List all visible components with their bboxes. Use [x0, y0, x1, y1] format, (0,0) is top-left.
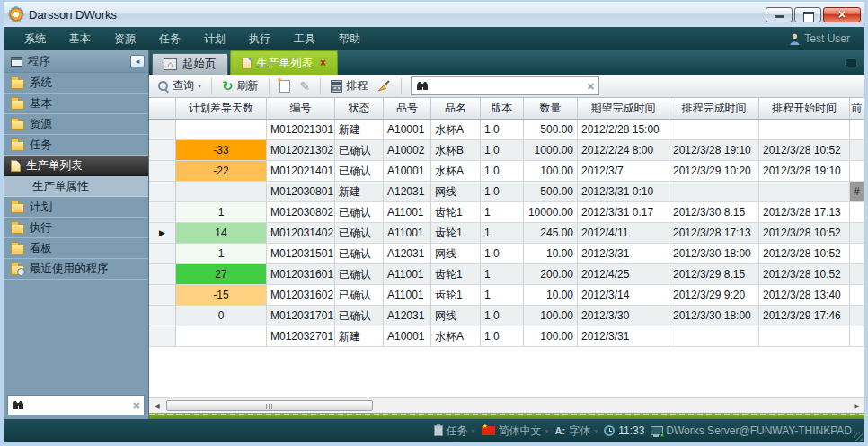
cell-qty[interactable]: 200.00 — [524, 264, 578, 285]
menu-item-6[interactable]: 工具 — [282, 31, 327, 47]
cell-item_name[interactable]: 齿轮1 — [431, 223, 481, 244]
clean-button[interactable] — [375, 78, 394, 94]
table-row-2[interactable]: -22M012021401已确认A10001水杯A1.0100.002012/3… — [149, 161, 864, 182]
cell-qty[interactable]: 500.00 — [524, 182, 578, 202]
cell-status[interactable]: 已确认 — [335, 306, 384, 326]
sidebar-item-9[interactable]: 最近使用的程序 — [4, 259, 148, 280]
cell-expected_finish[interactable]: 2012/3/14 — [578, 285, 669, 306]
cell-number[interactable]: M012032701 — [267, 326, 335, 347]
cell-item_name[interactable]: 齿轮1 — [431, 264, 481, 285]
cell-item_name[interactable]: 水杯A — [431, 120, 481, 140]
cell-qty[interactable]: 245.00 — [524, 223, 578, 244]
sidebar-collapse-button[interactable]: ◂ — [130, 55, 145, 67]
table-row-10[interactable]: M012032701新建A10001水杯A1.0100.002012/3/31 — [149, 326, 864, 347]
cell-qty[interactable]: 10.00 — [524, 285, 578, 306]
cell-extra[interactable] — [850, 326, 864, 347]
sidebar-item-1[interactable]: 基本 — [4, 94, 148, 114]
cell-sched_start[interactable] — [759, 182, 850, 202]
cell-item_no[interactable]: A10001 — [384, 120, 431, 140]
cell-sched_finish[interactable]: 2012/3/28 17:13 — [669, 223, 759, 244]
cell-expected_finish[interactable]: 2012/3/7 — [578, 161, 669, 182]
cell-item_name[interactable]: 网线 — [431, 182, 481, 202]
cell-extra[interactable] — [850, 244, 864, 264]
cell-version[interactable]: 1.0 — [481, 182, 524, 202]
sidebar-search-input[interactable] — [28, 399, 129, 412]
table-row-9[interactable]: 0M012031701已确认A12031网线1.0100.002012/3/30… — [149, 306, 864, 326]
cell-version[interactable]: 1 — [481, 223, 524, 244]
column-header-expected_finish[interactable]: 期望完成时间 — [578, 98, 669, 120]
cell-version[interactable]: 1.0 — [481, 161, 524, 182]
refresh-button[interactable]: ↻ 刷新 — [219, 76, 261, 95]
cell-expected_finish[interactable]: 2012/3/31 0:10 — [578, 182, 669, 202]
tab-close-icon[interactable]: × — [320, 57, 326, 69]
cell-status[interactable]: 新建 — [335, 120, 384, 140]
cell-item_name[interactable]: 齿轮1 — [431, 202, 481, 223]
column-header-version[interactable]: 版本 — [481, 98, 524, 120]
sidebar-item-3[interactable]: 任务 — [4, 135, 148, 156]
cell-diff[interactable]: 1 — [176, 244, 267, 264]
table-row-3[interactable]: M012030801新建A12031网线1.0500.002012/3/31 0… — [149, 182, 864, 202]
cell-item_name[interactable]: 齿轮1 — [431, 285, 481, 306]
cell-item_name[interactable]: 水杯A — [431, 326, 481, 347]
cell-item_name[interactable]: 网线 — [431, 244, 481, 264]
sidebar-item-0[interactable]: 系统 — [4, 73, 148, 94]
query-dropdown-icon[interactable]: ▾ — [198, 82, 201, 90]
sidebar-item-5[interactable]: 生产单属性 — [4, 176, 148, 197]
tab-start-page[interactable]: ⌂ 起始页 — [152, 53, 228, 75]
cell-item_no[interactable]: A12031 — [384, 306, 431, 326]
menu-item-4[interactable]: 计划 — [192, 31, 237, 47]
cell-version[interactable]: 1.0 — [481, 326, 524, 347]
cell-version[interactable]: 1 — [481, 285, 524, 306]
column-header-diff[interactable]: 计划差异天数 — [176, 98, 267, 120]
cell-item_no[interactable]: A10002 — [384, 140, 431, 161]
column-header-qty[interactable]: 数量 — [524, 98, 578, 120]
cell-sched_start[interactable]: 2012/3/28 10:52 — [759, 140, 850, 161]
cell-number[interactable]: M012030801 — [267, 182, 335, 202]
scrollbar-thumb[interactable] — [166, 400, 373, 411]
status-font-dropdown[interactable]: A: 字体 ▾ — [555, 424, 598, 439]
cell-extra[interactable] — [850, 161, 864, 182]
cell-version[interactable]: 1.0 — [481, 140, 524, 161]
table-row-5[interactable]: ▶14M012031402已确认A11001齿轮11245.002012/4/1… — [149, 223, 864, 244]
cell-status[interactable]: 已确认 — [335, 223, 384, 244]
cell-diff[interactable]: -33 — [176, 140, 267, 161]
close-button[interactable] — [823, 7, 861, 22]
cell-extra[interactable] — [850, 223, 864, 244]
cell-sched_start[interactable]: 2012/3/28 10:52 — [759, 223, 850, 244]
table-row-8[interactable]: -15M012031602已确认A11001齿轮1110.002012/3/14… — [149, 285, 864, 306]
cell-item_no[interactable]: A12031 — [384, 244, 431, 264]
cell-number[interactable]: M012031601 — [267, 264, 335, 285]
sidebar-item-7[interactable]: 执行 — [4, 218, 148, 238]
sidebar-item-6[interactable]: 计划 — [4, 197, 148, 218]
cell-item_no[interactable]: A10001 — [384, 161, 431, 182]
cell-item_name[interactable]: 水杯A — [431, 161, 481, 182]
cell-sched_finish[interactable]: 2012/3/29 8:15 — [669, 264, 759, 285]
cell-item_no[interactable]: A12031 — [384, 182, 431, 202]
schedule-button[interactable]: 排程 — [328, 76, 370, 95]
sidebar-search-clear-icon[interactable]: × — [133, 399, 140, 412]
table-row-4[interactable]: 1M012030802已确认A11001齿轮1110000.002012/3/3… — [149, 202, 864, 223]
cell-item_no[interactable]: A10001 — [384, 326, 431, 347]
cell-item_no[interactable]: A11001 — [384, 223, 431, 244]
cell-expected_finish[interactable]: 2012/4/11 — [578, 223, 669, 244]
cell-sched_start[interactable]: 2012/3/29 17:46 — [759, 306, 850, 326]
sidebar-item-2[interactable]: 资源 — [4, 114, 148, 135]
cell-sched_finish[interactable]: 2012/3/30 18:00 — [669, 306, 759, 326]
cell-sched_finish[interactable] — [669, 326, 759, 347]
cell-status[interactable]: 已确认 — [335, 244, 384, 264]
cell-expected_finish[interactable]: 2012/3/30 — [578, 306, 669, 326]
column-header-item_name[interactable]: 品名 — [431, 98, 481, 120]
cell-item_name[interactable]: 水杯B — [431, 140, 481, 161]
table-row-7[interactable]: 27M012031601已确认A11001齿轮11200.002012/4/25… — [149, 264, 864, 285]
cell-qty[interactable]: 10000.00 — [524, 202, 578, 223]
minimize-button[interactable] — [766, 7, 793, 22]
cell-sched_start[interactable]: 2012/3/28 19:10 — [759, 161, 850, 182]
column-header-item_no[interactable]: 品号 — [384, 98, 431, 120]
cell-sched_start[interactable] — [759, 326, 850, 347]
cell-sched_finish[interactable]: 2012/3/30 18:00 — [669, 244, 759, 264]
horizontal-scrollbar[interactable]: ◀ ▶ — [149, 397, 864, 413]
cell-expected_finish[interactable]: 2012/2/28 15:00 — [578, 120, 669, 140]
cell-expected_finish[interactable]: 2012/2/24 8:00 — [578, 140, 669, 161]
cell-qty[interactable]: 500.00 — [524, 120, 578, 140]
cell-status[interactable]: 已确认 — [335, 285, 384, 306]
